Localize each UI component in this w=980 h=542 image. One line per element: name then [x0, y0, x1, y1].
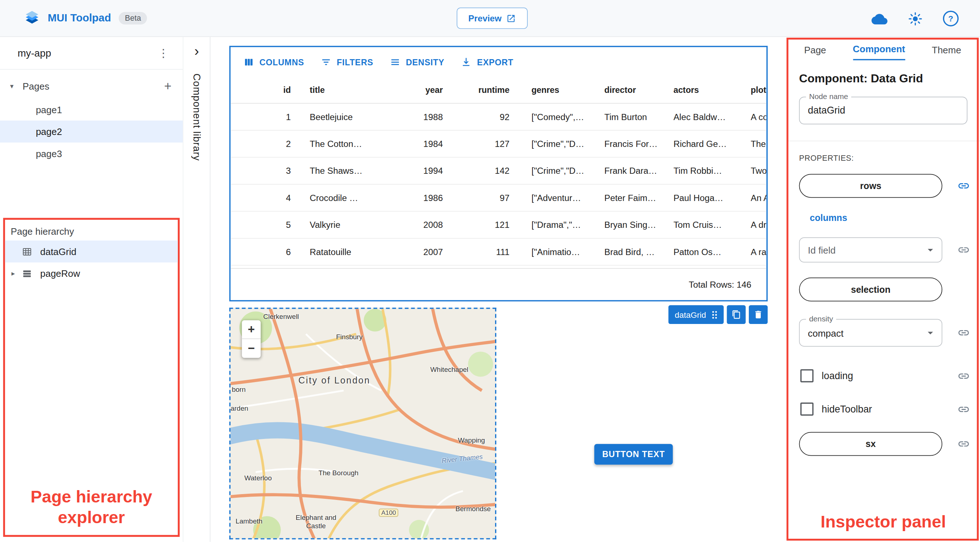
map-component[interactable]: Clerkenwell Finsbury Whitechapel City of… [229, 308, 496, 539]
tab-component[interactable]: Component [853, 43, 905, 60]
selected-node-chip[interactable]: dataGrid [668, 305, 724, 324]
cell-year: 2007 [413, 247, 450, 257]
density-select[interactable]: density compact [799, 319, 943, 346]
tab-theme[interactable]: Theme [932, 45, 961, 60]
cell-director: Peter Faim… [590, 192, 659, 203]
cell-director: Brad Bird, … [590, 247, 659, 257]
tab-page[interactable]: Page [804, 45, 826, 60]
delete-node-button[interactable] [749, 305, 768, 324]
density-icon [390, 57, 401, 68]
loading-checkbox[interactable] [800, 369, 813, 382]
column-header-title[interactable]: title [300, 85, 413, 95]
column-header-id[interactable]: id [231, 85, 299, 95]
column-header-runtime[interactable]: runtime [450, 85, 517, 95]
hierarchy-item-datagrid[interactable]: dataGrid [5, 240, 178, 263]
export-button[interactable]: EXPORT [461, 57, 513, 68]
cell-plot: A co [729, 112, 766, 122]
table-row[interactable]: 6 Ratatouille 2007 111 ["Animatio… Brad … [231, 239, 766, 265]
cell-title: The Cotton… [300, 138, 413, 149]
app-name-row: my-app ⋮ [0, 37, 183, 70]
binding-link-icon[interactable] [958, 180, 970, 192]
help-glyph: ? [948, 14, 953, 23]
component-library-label[interactable]: Component library [191, 73, 202, 161]
drag-handle-icon[interactable] [710, 310, 719, 319]
table-row[interactable]: 4 Crocodile … 1986 97 ["Adventur… Peter … [231, 184, 766, 211]
chevron-right-icon[interactable]: ▸ [5, 269, 21, 278]
open-in-new-icon [507, 13, 516, 23]
table-row[interactable]: 3 The Shaws… 1994 142 ["Crime","D… Frank… [231, 157, 766, 184]
zoom-out-button[interactable]: − [242, 339, 261, 358]
datagrid-component[interactable]: COLUMNS FILTERS DENSITY [229, 46, 768, 301]
chevron-down-icon[interactable]: ▾ [10, 82, 19, 91]
map-place-label: Bermondse [455, 505, 491, 513]
binding-link-icon[interactable] [958, 437, 970, 450]
prop-hidetoolbar: hideToolbar [800, 402, 970, 415]
zoom-in-button[interactable]: + [242, 320, 261, 339]
hidetoolbar-checkbox[interactable] [800, 402, 813, 415]
sidebar-item-page1[interactable]: page1 [0, 99, 183, 121]
datagrid-header-row: id title year runtime genres director ac… [231, 77, 766, 104]
column-header-actors[interactable]: actors [659, 85, 730, 95]
binding-link-icon[interactable] [958, 244, 970, 256]
prop-rows: rows [799, 174, 970, 198]
columns-button[interactable]: COLUMNS [243, 57, 304, 68]
app-name: my-app [18, 48, 51, 59]
cell-runtime: 111 [450, 247, 517, 257]
cell-genres: ["Comedy",… [517, 112, 590, 122]
node-name-label: Node name [806, 92, 851, 101]
cell-year: 2008 [413, 220, 450, 230]
map-place-label: Waterloo [244, 474, 272, 482]
cell-id: 3 [231, 166, 299, 176]
column-header-director[interactable]: director [590, 85, 659, 95]
columns-property-link[interactable]: columns [810, 213, 847, 223]
cell-runtime: 127 [450, 138, 517, 149]
density-button[interactable]: DENSITY [390, 57, 444, 68]
page-hierarchy-title: Page hierarchy [5, 220, 178, 240]
column-header-plot[interactable]: plot [729, 85, 766, 95]
help-icon[interactable]: ? [943, 11, 959, 26]
cell-actors: Richard Ge… [659, 138, 730, 149]
node-name-field: Node name [799, 97, 968, 124]
expand-panel-icon[interactable]: › [183, 45, 210, 59]
filters-button[interactable]: FILTERS [320, 57, 373, 68]
inspector-heading: Component: Data Grid [799, 72, 980, 85]
table-row[interactable]: 2 The Cotton… 1984 127 ["Crime","D… Fran… [231, 130, 766, 157]
hierarchy-item-pagerow[interactable]: ▸ pageRow [5, 262, 178, 285]
cell-runtime: 142 [450, 166, 517, 176]
preview-button[interactable]: Preview [457, 8, 528, 29]
cell-runtime: 121 [450, 220, 517, 230]
cell-plot: The [729, 138, 766, 149]
sidebar-item-page2[interactable]: page2 [0, 121, 183, 143]
table-row[interactable]: 5 Valkyrie 2008 121 ["Drama","… Bryan Si… [231, 211, 766, 238]
add-page-button[interactable]: + [164, 79, 171, 93]
density-value: compact [800, 327, 843, 338]
cell-title: Crocodile … [300, 192, 413, 203]
column-header-year[interactable]: year [413, 85, 450, 95]
id-field-select[interactable]: Id field [799, 237, 943, 262]
duplicate-node-button[interactable] [727, 305, 746, 324]
map-place-label: Whitechapel [431, 365, 469, 373]
button-component[interactable]: BUTTON TEXT [594, 444, 673, 465]
selection-property-button[interactable]: selection [799, 278, 943, 302]
sidebar-item-page3[interactable]: page3 [0, 143, 183, 165]
cell-id: 1 [231, 112, 299, 122]
cell-director: Frank Dara… [590, 166, 659, 176]
sx-property-button[interactable]: sx [799, 432, 943, 456]
app-menu-kebab-icon[interactable]: ⋮ [155, 46, 171, 60]
table-row[interactable]: 1 Beetlejuice 1988 92 ["Comedy",… Tim Bu… [231, 104, 766, 130]
deploy-cloud-icon[interactable] [872, 13, 888, 25]
cell-actors: Tom Cruis… [659, 220, 730, 230]
rows-property-button[interactable]: rows [799, 174, 943, 198]
node-name-input[interactable] [800, 97, 967, 124]
toolbar-button-label: DENSITY [406, 57, 444, 67]
binding-link-icon[interactable] [958, 370, 970, 382]
button-component-label: BUTTON TEXT [602, 450, 665, 459]
theme-brightness-icon[interactable] [908, 12, 922, 25]
binding-link-icon[interactable] [958, 403, 970, 415]
component-library-strip: › Component library [183, 37, 210, 542]
sidebar: my-app ⋮ ▾ Pages + page1 page2 page3 Pag… [0, 37, 183, 542]
map-place-label: Wapping [458, 436, 485, 444]
column-header-genres[interactable]: genres [517, 85, 590, 95]
binding-link-icon[interactable] [958, 326, 970, 339]
cell-title: Beetlejuice [300, 112, 413, 122]
